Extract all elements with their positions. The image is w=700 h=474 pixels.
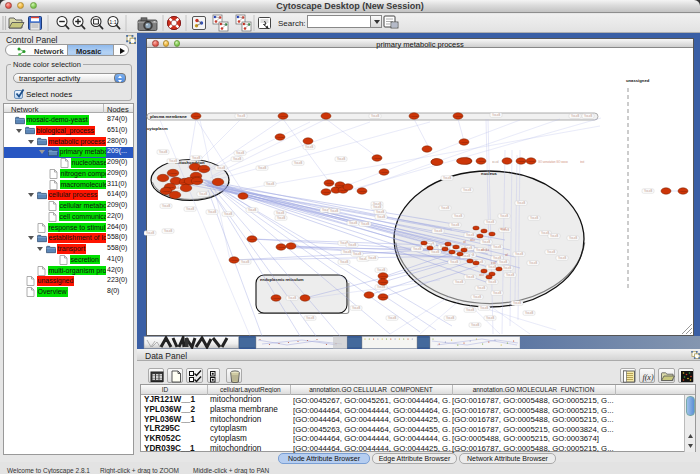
svg-text:Yxx-xB: Yxx-xB bbox=[488, 265, 496, 269]
svg-text:Yxx-xB: Yxx-xB bbox=[441, 206, 449, 210]
svg-text:Yxx-xB: Yxx-xB bbox=[377, 285, 385, 289]
svg-text:Yxx-xB: Yxx-xB bbox=[493, 245, 501, 249]
svg-text:Yxx-xB: Yxx-xB bbox=[463, 188, 471, 192]
svg-text:Yxx00x: Yxx00x bbox=[454, 115, 463, 118]
svg-text:Yxx-xB: Yxx-xB bbox=[466, 275, 474, 279]
svg-text:Yxx-xB: Yxx-xB bbox=[373, 205, 381, 209]
svg-text:Yxx-xB: Yxx-xB bbox=[241, 260, 249, 264]
svg-text:Yxx-xB: Yxx-xB bbox=[233, 157, 241, 161]
svg-text:Yxx-xB: Yxx-xB bbox=[237, 114, 245, 118]
svg-text:Yxx-xB: Yxx-xB bbox=[571, 114, 579, 118]
svg-text:Yxx00x: Yxx00x bbox=[380, 171, 389, 174]
svg-text:Yxx-xB: Yxx-xB bbox=[500, 214, 508, 218]
svg-text:Yxx-xB: Yxx-xB bbox=[466, 308, 474, 312]
svg-text:Yxx00x: Yxx00x bbox=[230, 259, 239, 262]
svg-text:Yxx-xB: Yxx-xB bbox=[146, 231, 154, 235]
svg-text:Yxx00x: Yxx00x bbox=[379, 281, 388, 284]
svg-text:Yxx00x: Yxx00x bbox=[200, 168, 209, 171]
svg-text:Yxx-xB: Yxx-xB bbox=[330, 209, 338, 213]
svg-text:Yxx-xB: Yxx-xB bbox=[377, 268, 385, 272]
svg-text:Yxx00x: Yxx00x bbox=[322, 191, 331, 194]
svg-text:Yxx-xB: Yxx-xB bbox=[506, 273, 514, 277]
svg-text:Yxx-xB: Yxx-xB bbox=[584, 114, 592, 118]
svg-text:Yxx-xB: Yxx-xB bbox=[471, 323, 479, 327]
svg-text:Yxx-xB: Yxx-xB bbox=[305, 145, 313, 149]
svg-text:Yxx-xB: Yxx-xB bbox=[480, 306, 488, 310]
svg-text:Yxx-xB: Yxx-xB bbox=[569, 236, 577, 240]
svg-text:xx-xd: xx-xd bbox=[492, 160, 499, 164]
svg-text:Yxx-xB: Yxx-xB bbox=[169, 159, 177, 163]
svg-text:Yxx-xB: Yxx-xB bbox=[348, 243, 356, 247]
svg-text:Search:: Search: bbox=[278, 19, 306, 28]
svg-text:Yxx00x: Yxx00x bbox=[192, 115, 201, 118]
svg-text:Yxx-xB: Yxx-xB bbox=[224, 212, 232, 216]
svg-text:Yxx-xB: Yxx-xB bbox=[431, 250, 439, 254]
svg-text:Yxx-xB: Yxx-xB bbox=[343, 250, 351, 254]
svg-text:Yxx-xB: Yxx-xB bbox=[466, 233, 474, 237]
svg-text:Yxx-xB: Yxx-xB bbox=[547, 250, 555, 254]
svg-text:Yxx-xB: Yxx-xB bbox=[530, 216, 538, 220]
svg-text:1:1: 1:1 bbox=[109, 19, 117, 25]
svg-text:Yxx00x: Yxx00x bbox=[527, 160, 536, 163]
svg-text:Yxx-xB: Yxx-xB bbox=[434, 229, 442, 233]
svg-text:Yxx-xB: Yxx-xB bbox=[276, 211, 284, 215]
svg-text:Yxx-xB: Yxx-xB bbox=[486, 316, 494, 320]
svg-text:Yxx00x: Yxx00x bbox=[276, 136, 285, 139]
svg-text:Yxx-xB: Yxx-xB bbox=[192, 156, 200, 160]
svg-text:Yxx00x: Yxx00x bbox=[193, 180, 202, 183]
svg-text:Yxx-xB: Yxx-xB bbox=[217, 166, 225, 170]
svg-text:Yxx00x: Yxx00x bbox=[517, 160, 526, 163]
svg-text:Yxx00x: Yxx00x bbox=[477, 160, 486, 163]
svg-text:Yxx-xB: Yxx-xB bbox=[446, 316, 454, 320]
svg-text:Yxx-xB: Yxx-xB bbox=[288, 296, 296, 300]
svg-text:Yxx-xB: Yxx-xB bbox=[349, 221, 357, 225]
svg-text:Yxx00x: Yxx00x bbox=[279, 115, 288, 118]
svg-text:Yxx-xB: Yxx-xB bbox=[525, 311, 533, 315]
svg-text:Yxx-xB: Yxx-xB bbox=[377, 215, 385, 219]
svg-text:Yxx-xB: Yxx-xB bbox=[558, 256, 566, 260]
svg-text:Yxx-xB: Yxx-xB bbox=[368, 256, 376, 260]
svg-text:Yxx-xB: Yxx-xB bbox=[248, 208, 256, 212]
svg-text:xd-x: xd-x bbox=[470, 238, 476, 242]
svg-text:Yxx-xB: Yxx-xB bbox=[371, 114, 379, 118]
svg-text:Yxx-xB: Yxx-xB bbox=[236, 151, 244, 155]
svg-text:Yxx00x: Yxx00x bbox=[325, 182, 334, 185]
svg-text:Yxx-xB: Yxx-xB bbox=[388, 316, 396, 320]
svg-text:Yxx00x: Yxx00x bbox=[248, 238, 257, 241]
svg-text:Yxx-xB: Yxx-xB bbox=[208, 210, 216, 214]
svg-text:Yxx-xB: Yxx-xB bbox=[340, 260, 348, 264]
svg-text:Yxx-xB: Yxx-xB bbox=[413, 247, 421, 251]
svg-text:Yxx00x: Yxx00x bbox=[358, 190, 367, 193]
svg-text:Yxx-xB: Yxx-xB bbox=[159, 150, 167, 154]
svg-text:Yxx-xB: Yxx-xB bbox=[337, 157, 345, 161]
svg-text:Yxx-xB: Yxx-xB bbox=[294, 161, 302, 165]
svg-text:Yxx-xB: Yxx-xB bbox=[488, 280, 496, 284]
svg-text:Yxx-xB: Yxx-xB bbox=[199, 192, 207, 196]
svg-text:Yxx-xB: Yxx-xB bbox=[499, 260, 507, 264]
svg-text:Yxx-xB: Yxx-xB bbox=[186, 207, 194, 211]
svg-text:Yxx-xB: Yxx-xB bbox=[454, 214, 462, 218]
svg-text:Yxx00x: Yxx00x bbox=[162, 190, 171, 193]
svg-text:Yxx00x: Yxx00x bbox=[379, 296, 388, 299]
svg-text:xx:xd: xx:xd bbox=[500, 227, 507, 231]
svg-text:Yxx-xB: Yxx-xB bbox=[644, 189, 652, 193]
svg-text:text: text bbox=[580, 160, 585, 164]
svg-text:Yxx-xB: Yxx-xB bbox=[529, 261, 537, 265]
svg-text:unassigned: unassigned bbox=[626, 78, 650, 83]
svg-text:Yxx-xB: Yxx-xB bbox=[258, 166, 266, 170]
svg-text:Yxx-xB: Yxx-xB bbox=[277, 216, 285, 220]
svg-text:Yxx00x: Yxx00x bbox=[373, 157, 382, 160]
svg-text:Yxx-xB: Yxx-xB bbox=[162, 204, 170, 208]
svg-text:Yxx-xB: Yxx-xB bbox=[482, 240, 490, 244]
svg-text:Yxx-xB: Yxx-xB bbox=[477, 286, 485, 290]
svg-text:Yxx00x: Yxx00x bbox=[169, 172, 178, 175]
svg-text:GO:annotation GO:xxxxx: GO:annotation GO:xxxxx bbox=[538, 160, 569, 164]
svg-text:Yxx00x: Yxx00x bbox=[410, 115, 419, 118]
svg-text:Yxx-xB: Yxx-xB bbox=[473, 295, 481, 299]
svg-text:xd-x: xd-x bbox=[479, 273, 485, 277]
svg-text:Yxx-xB: Yxx-xB bbox=[517, 201, 525, 205]
svg-text:Yxx-xB: Yxx-xB bbox=[376, 210, 384, 214]
svg-text:Yxx-xB: Yxx-xB bbox=[443, 176, 451, 180]
svg-text:Yxx-xB: Yxx-xB bbox=[266, 182, 274, 186]
svg-text:Yxx00x: Yxx00x bbox=[460, 141, 469, 144]
